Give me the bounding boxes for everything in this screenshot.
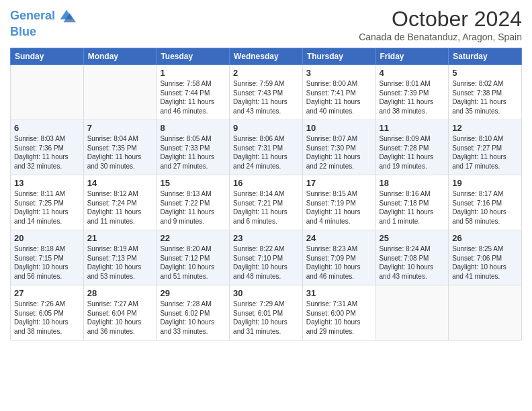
cell-info: Sunrise: 7:31 AM Sunset: 6:00 PM Dayligh…	[306, 300, 372, 336]
cal-cell: 5Sunrise: 8:02 AM Sunset: 7:38 PM Daylig…	[449, 65, 522, 120]
calendar-table: SundayMondayTuesdayWednesdayThursdayFrid…	[10, 48, 522, 340]
cal-cell: 28Sunrise: 7:27 AM Sunset: 6:04 PM Dayli…	[83, 285, 157, 340]
cell-info: Sunrise: 7:59 AM Sunset: 7:43 PM Dayligh…	[233, 79, 299, 116]
calendar-week-row: 20Sunrise: 8:18 AM Sunset: 7:15 PM Dayli…	[11, 230, 522, 285]
cal-cell	[449, 285, 522, 340]
cell-info: Sunrise: 8:20 AM Sunset: 7:12 PM Dayligh…	[160, 244, 226, 281]
cal-cell: 16Sunrise: 8:14 AM Sunset: 7:21 PM Dayli…	[230, 175, 303, 230]
cell-info: Sunrise: 8:11 AM Sunset: 7:25 PM Dayligh…	[14, 189, 80, 226]
day-number: 5	[452, 68, 518, 78]
cal-cell: 9Sunrise: 8:06 AM Sunset: 7:31 PM Daylig…	[230, 120, 303, 175]
cal-cell: 22Sunrise: 8:20 AM Sunset: 7:12 PM Dayli…	[157, 230, 230, 285]
cal-cell: 11Sunrise: 8:09 AM Sunset: 7:28 PM Dayli…	[375, 120, 449, 175]
day-number: 6	[14, 123, 80, 133]
cal-cell: 29Sunrise: 7:28 AM Sunset: 6:02 PM Dayli…	[157, 285, 230, 340]
logo-text-blue: Blue	[10, 26, 76, 39]
day-number: 26	[452, 233, 518, 243]
cell-info: Sunrise: 8:14 AM Sunset: 7:21 PM Dayligh…	[233, 189, 299, 226]
calendar-week-row: 1Sunrise: 7:58 AM Sunset: 7:44 PM Daylig…	[11, 65, 522, 120]
cell-info: Sunrise: 8:07 AM Sunset: 7:30 PM Dayligh…	[306, 134, 372, 171]
cal-cell: 4Sunrise: 8:01 AM Sunset: 7:39 PM Daylig…	[375, 65, 449, 120]
cell-info: Sunrise: 7:28 AM Sunset: 6:02 PM Dayligh…	[160, 300, 226, 336]
cell-info: Sunrise: 8:16 AM Sunset: 7:18 PM Dayligh…	[380, 189, 445, 226]
day-number: 18	[380, 178, 445, 188]
day-number: 12	[452, 123, 518, 133]
cal-cell: 6Sunrise: 8:03 AM Sunset: 7:36 PM Daylig…	[11, 120, 84, 175]
day-number: 21	[87, 233, 153, 243]
cal-cell: 14Sunrise: 8:12 AM Sunset: 7:24 PM Dayli…	[83, 175, 157, 230]
calendar-header-row: SundayMondayTuesdayWednesdayThursdayFrid…	[11, 48, 522, 65]
calendar-week-row: 27Sunrise: 7:26 AM Sunset: 6:05 PM Dayli…	[11, 285, 522, 340]
cell-info: Sunrise: 8:22 AM Sunset: 7:10 PM Dayligh…	[233, 244, 299, 281]
day-number: 13	[14, 178, 80, 188]
day-number: 30	[233, 288, 299, 298]
cal-cell: 7Sunrise: 8:04 AM Sunset: 7:35 PM Daylig…	[83, 120, 157, 175]
cell-info: Sunrise: 8:05 AM Sunset: 7:33 PM Dayligh…	[160, 134, 226, 171]
month-title: October 2024	[359, 7, 522, 32]
cal-cell: 25Sunrise: 8:24 AM Sunset: 7:08 PM Dayli…	[375, 230, 449, 285]
cal-cell: 17Sunrise: 8:15 AM Sunset: 7:19 PM Dayli…	[302, 175, 375, 230]
day-number: 19	[452, 178, 518, 188]
day-header-monday: Monday	[83, 48, 157, 65]
cal-cell: 23Sunrise: 8:22 AM Sunset: 7:10 PM Dayli…	[230, 230, 303, 285]
cell-info: Sunrise: 8:02 AM Sunset: 7:38 PM Dayligh…	[452, 79, 518, 116]
cell-info: Sunrise: 8:01 AM Sunset: 7:39 PM Dayligh…	[380, 79, 445, 116]
cal-cell: 12Sunrise: 8:10 AM Sunset: 7:27 PM Dayli…	[449, 120, 522, 175]
calendar-week-row: 13Sunrise: 8:11 AM Sunset: 7:25 PM Dayli…	[11, 175, 522, 230]
day-number: 1	[160, 68, 226, 78]
day-number: 15	[160, 178, 226, 188]
day-number: 20	[14, 233, 80, 243]
day-number: 4	[380, 68, 445, 78]
title-block: October 2024 Canada de Benatanduz, Arago…	[359, 7, 522, 42]
cell-info: Sunrise: 8:03 AM Sunset: 7:36 PM Dayligh…	[14, 134, 80, 171]
cell-info: Sunrise: 8:06 AM Sunset: 7:31 PM Dayligh…	[233, 134, 299, 171]
day-number: 16	[233, 178, 299, 188]
cell-info: Sunrise: 8:09 AM Sunset: 7:28 PM Dayligh…	[380, 134, 445, 171]
cal-cell: 15Sunrise: 8:13 AM Sunset: 7:22 PM Dayli…	[157, 175, 230, 230]
cal-cell: 20Sunrise: 8:18 AM Sunset: 7:15 PM Dayli…	[11, 230, 84, 285]
cal-cell: 8Sunrise: 8:05 AM Sunset: 7:33 PM Daylig…	[157, 120, 230, 175]
day-header-wednesday: Wednesday	[230, 48, 303, 65]
page: General Blue October 2024 Canada de Bena…	[0, 0, 532, 411]
cal-cell: 19Sunrise: 8:17 AM Sunset: 7:16 PM Dayli…	[449, 175, 522, 230]
cal-cell: 31Sunrise: 7:31 AM Sunset: 6:00 PM Dayli…	[302, 285, 375, 340]
cal-cell: 2Sunrise: 7:59 AM Sunset: 7:43 PM Daylig…	[230, 65, 303, 120]
cal-cell: 3Sunrise: 8:00 AM Sunset: 7:41 PM Daylig…	[302, 65, 375, 120]
cell-info: Sunrise: 8:13 AM Sunset: 7:22 PM Dayligh…	[160, 189, 226, 226]
day-number: 2	[233, 68, 299, 78]
logo-icon	[57, 7, 76, 26]
cell-info: Sunrise: 7:27 AM Sunset: 6:04 PM Dayligh…	[87, 300, 153, 336]
cell-info: Sunrise: 8:18 AM Sunset: 7:15 PM Dayligh…	[14, 244, 80, 281]
header: General Blue October 2024 Canada de Bena…	[10, 7, 522, 42]
cell-info: Sunrise: 8:10 AM Sunset: 7:27 PM Dayligh…	[452, 134, 518, 171]
day-number: 22	[160, 233, 226, 243]
cal-cell: 18Sunrise: 8:16 AM Sunset: 7:18 PM Dayli…	[375, 175, 449, 230]
day-header-tuesday: Tuesday	[157, 48, 230, 65]
day-number: 25	[380, 233, 445, 243]
day-number: 17	[306, 178, 372, 188]
day-number: 11	[380, 123, 445, 133]
day-number: 3	[306, 68, 372, 78]
cal-cell: 24Sunrise: 8:23 AM Sunset: 7:09 PM Dayli…	[302, 230, 375, 285]
day-number: 23	[233, 233, 299, 243]
day-header-sunday: Sunday	[11, 48, 84, 65]
cell-info: Sunrise: 8:17 AM Sunset: 7:16 PM Dayligh…	[452, 189, 518, 226]
day-number: 29	[160, 288, 226, 298]
cal-cell	[11, 65, 84, 120]
cal-cell: 30Sunrise: 7:29 AM Sunset: 6:01 PM Dayli…	[230, 285, 303, 340]
day-number: 24	[306, 233, 372, 243]
cal-cell: 13Sunrise: 8:11 AM Sunset: 7:25 PM Dayli…	[11, 175, 84, 230]
cell-info: Sunrise: 8:23 AM Sunset: 7:09 PM Dayligh…	[306, 244, 372, 281]
day-number: 31	[306, 288, 372, 298]
cal-cell: 1Sunrise: 7:58 AM Sunset: 7:44 PM Daylig…	[157, 65, 230, 120]
cell-info: Sunrise: 8:19 AM Sunset: 7:13 PM Dayligh…	[87, 244, 153, 281]
calendar-week-row: 6Sunrise: 8:03 AM Sunset: 7:36 PM Daylig…	[11, 120, 522, 175]
cal-cell	[83, 65, 157, 120]
location-title: Canada de Benatanduz, Aragon, Spain	[359, 32, 522, 42]
cell-info: Sunrise: 7:29 AM Sunset: 6:01 PM Dayligh…	[233, 300, 299, 336]
day-number: 7	[87, 123, 153, 133]
logo: General Blue	[10, 7, 76, 39]
cell-info: Sunrise: 7:26 AM Sunset: 6:05 PM Dayligh…	[14, 300, 80, 336]
cell-info: Sunrise: 8:24 AM Sunset: 7:08 PM Dayligh…	[380, 244, 445, 281]
day-header-thursday: Thursday	[302, 48, 375, 65]
